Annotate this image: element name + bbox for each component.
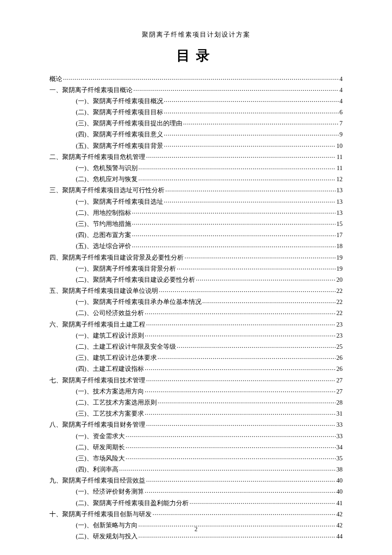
toc-entry-page: 13	[337, 210, 343, 216]
toc-entry-label: 五、聚阴离子纤维素项目建设单位说明	[49, 288, 158, 294]
toc-entry-page: 42	[337, 511, 343, 517]
toc-entry: 二、聚阴离子纤维素项目危机管理11	[49, 153, 343, 160]
toc-leader-dots	[63, 75, 339, 81]
toc-leader-dots	[202, 298, 336, 304]
toc-entry-page: 33	[337, 433, 343, 439]
toc-entry: (五)、聚阴离子纤维素项目背景10	[49, 142, 343, 149]
toc-leader-dots	[190, 499, 336, 505]
toc-entry: 一、聚阴离子纤维素项目概论4	[49, 86, 343, 93]
toc-entry: (二)、研发周期长34	[49, 443, 343, 450]
table-of-contents: 概论4一、聚阴离子纤维素项目概论4(一)、聚阴离子纤维素项目概况4(二)、聚阴离…	[49, 75, 343, 540]
toc-leader-dots	[132, 208, 336, 215]
toc-entry-label: (四)、土建工程建设指标	[76, 366, 144, 372]
toc-entry-page: 13	[337, 199, 343, 205]
toc-entry-page: 34	[337, 444, 343, 451]
toc-leader-dots	[132, 220, 336, 226]
toc-entry: (二)、土建工程设计年限及安全等级25	[49, 343, 343, 350]
toc-leader-dots	[132, 231, 336, 237]
toc-entry-page: 26	[337, 366, 343, 372]
toc-entry-page: 13	[337, 187, 343, 194]
toc-entry-label: (二)、研发规划与投入	[76, 533, 138, 540]
toc-leader-dots	[164, 97, 339, 103]
toc-entry-label: 概论	[49, 76, 62, 82]
toc-entry-label: (一)、聚阴离子纤维素项目选址	[76, 199, 163, 205]
toc-entry-page: 28	[337, 399, 343, 406]
toc-entry-page: 31	[337, 410, 343, 417]
toc-entry: (二)、公司经济效益分析22	[49, 309, 343, 316]
toc-entry: (二)、工艺技术方案选用原则28	[49, 398, 343, 405]
toc-entry-label: 七、聚阴离子纤维素项目技术管理	[49, 377, 145, 384]
toc-entry-label: 一、聚阴离子纤维素项目概论	[49, 87, 133, 93]
toc-entry: (二)、聚阴离子纤维素项目建设必要性分析20	[49, 275, 343, 283]
toc-entry: 六、聚阴离子纤维素项目土建工程23	[49, 320, 343, 327]
toc-entry: (三)、市场风险大35	[49, 454, 343, 461]
toc-entry-label: (三)、工艺技术方案要求	[76, 410, 144, 417]
toc-entry: (一)、聚阴离子纤维素项目选址13	[49, 197, 343, 205]
toc-entry-label: 三、聚阴离子纤维素项目选址可行性分析	[49, 187, 164, 194]
toc-leader-dots	[177, 343, 336, 349]
toc-entry: (四)、利润率高38	[49, 465, 343, 473]
toc-leader-dots	[159, 287, 336, 293]
toc-entry-page: 23	[337, 332, 343, 339]
toc-entry: (一)、建筑工程设计原则23	[49, 331, 343, 338]
toc-entry: 概论4	[49, 75, 343, 82]
toc-entry: (一)、危机预警与识别11	[49, 164, 343, 171]
toc-leader-dots	[145, 365, 336, 371]
toc-entry-page: 44	[337, 533, 343, 540]
toc-entry-page: 18	[337, 243, 343, 249]
toc-entry: 五、聚阴离子纤维素项目建设单位说明22	[49, 287, 343, 294]
toc-entry-label: (二)、研发周期长	[76, 444, 125, 451]
toc-leader-dots	[146, 153, 336, 159]
toc-entry-label: (一)、聚阴离子纤维素项目概况	[76, 98, 163, 104]
toc-entry-label: 九、聚阴离子纤维素项目经营效益	[49, 477, 145, 484]
toc-entry-label: (二)、用地控制指标	[76, 210, 131, 216]
document-page: 聚阴离子纤维素项目计划设计方案 目录 概论4一、聚阴离子纤维素项目概论4(一)、…	[0, 0, 392, 540]
toc-entry: (一)、资金需求大33	[49, 432, 343, 439]
toc-entry: (三)、聚阴离子纤维素项目提出的理由7	[49, 119, 343, 127]
toc-entry: (一)、经济评价财务测算40	[49, 488, 343, 495]
toc-entry-page: 15	[337, 221, 343, 227]
toc-title: 目录	[49, 46, 343, 65]
toc-leader-dots	[133, 86, 339, 92]
toc-entry: (一)、技术方案选用方向27	[49, 387, 343, 394]
toc-entry-label: (四)、聚阴离子纤维素项目意义	[76, 131, 163, 138]
toc-entry-label: (二)、公司经济效益分析	[76, 310, 144, 316]
toc-entry-page: 27	[337, 377, 343, 384]
toc-leader-dots	[158, 354, 336, 360]
toc-entry-label: (二)、危机应对与恢复	[76, 176, 138, 182]
toc-entry-page: 12	[337, 176, 343, 182]
toc-entry-page: 20	[337, 277, 343, 283]
toc-entry: (四)、总图布置方案17	[49, 231, 343, 238]
toc-entry-label: 二、聚阴离子纤维素项目危机管理	[49, 154, 145, 160]
toc-entry: 十、聚阴离子纤维素项目创新与研发42	[49, 510, 343, 517]
page-number: 2	[0, 526, 392, 533]
toc-entry: 七、聚阴离子纤维素项目技术管理27	[49, 376, 343, 383]
toc-entry-label: (二)、聚阴离子纤维素项目建设必要性分析	[76, 277, 195, 283]
toc-entry-label: (三)、建筑工程设计总体要求	[76, 355, 157, 361]
toc-entry: (二)、用地控制指标13	[49, 208, 343, 216]
toc-entry-page: 4	[340, 87, 343, 93]
toc-entry-page: 41	[337, 500, 343, 506]
toc-entry-label: 六、聚阴离子纤维素项目土建工程	[49, 321, 145, 328]
toc-entry-page: 38	[337, 466, 343, 473]
toc-leader-dots	[196, 275, 336, 282]
toc-entry-page: 40	[337, 489, 343, 495]
toc-entry: (三)、工艺技术方案要求31	[49, 410, 343, 417]
toc-entry-label: (二)、聚阴离子纤维素项目盈利能力分析	[76, 500, 189, 506]
toc-entry: (三)、节约用地措施15	[49, 220, 343, 227]
toc-entry: (二)、研发规划与投入44	[49, 532, 343, 540]
toc-entry-label: (一)、危机预警与识别	[76, 165, 138, 171]
toc-entry-page: 10	[337, 143, 343, 149]
toc-leader-dots	[145, 488, 336, 494]
toc-entry-page: 25	[337, 344, 343, 350]
toc-entry-label: (五)、聚阴离子纤维素项目背景	[76, 143, 163, 149]
toc-leader-dots	[126, 432, 336, 438]
toc-entry-page: 19	[337, 266, 343, 272]
toc-entry-label: (三)、节约用地措施	[76, 221, 131, 227]
toc-leader-dots	[138, 532, 336, 539]
toc-entry: (三)、建筑工程设计总体要求26	[49, 354, 343, 361]
toc-entry-label: 四、聚阴离子纤维素项目建设背景及必要性分析	[49, 254, 184, 261]
toc-entry: (二)、聚阴离子纤维素项目盈利能力分析41	[49, 499, 343, 506]
toc-leader-dots	[126, 443, 336, 449]
toc-leader-dots	[146, 376, 336, 382]
